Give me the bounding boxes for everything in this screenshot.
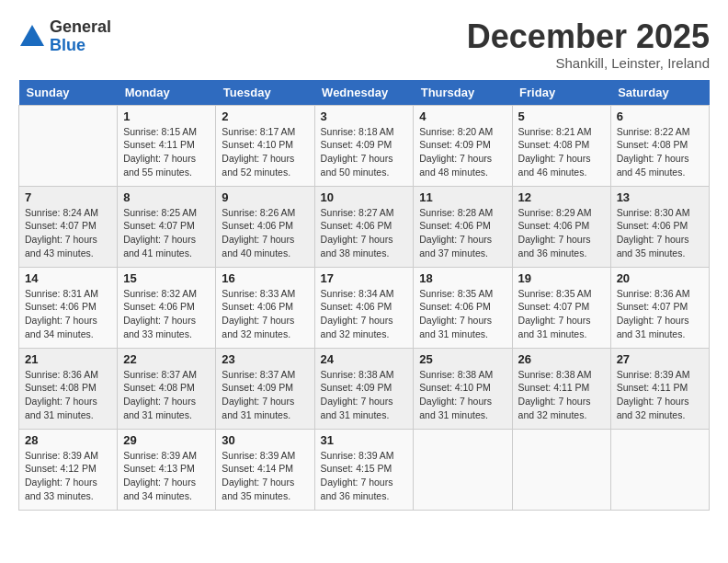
day-info: Sunrise: 8:25 AM Sunset: 4:07 PM Dayligh… [123,206,210,260]
day-number: 10 [321,190,408,204]
calendar-cell: 9Sunrise: 8:26 AM Sunset: 4:06 PM Daylig… [216,186,314,267]
day-info: Sunrise: 8:22 AM Sunset: 4:08 PM Dayligh… [617,125,703,179]
day-info: Sunrise: 8:38 AM Sunset: 4:11 PM Dayligh… [518,368,605,422]
day-number: 31 [321,433,408,447]
day-number: 27 [617,352,703,366]
day-info: Sunrise: 8:20 AM Sunset: 4:09 PM Dayligh… [419,125,506,179]
header-cell-tuesday: Tuesday [216,80,314,106]
header-cell-wednesday: Wednesday [314,80,414,106]
calendar-cell: 19Sunrise: 8:35 AM Sunset: 4:07 PM Dayli… [512,267,610,348]
day-info: Sunrise: 8:29 AM Sunset: 4:06 PM Dayligh… [518,206,605,260]
day-number: 8 [123,190,210,204]
day-info: Sunrise: 8:37 AM Sunset: 4:09 PM Dayligh… [222,368,308,422]
day-info: Sunrise: 8:17 AM Sunset: 4:10 PM Dayligh… [222,125,308,179]
day-number: 7 [25,190,111,204]
calendar-cell: 17Sunrise: 8:34 AM Sunset: 4:06 PM Dayli… [314,267,414,348]
day-info: Sunrise: 8:36 AM Sunset: 4:08 PM Dayligh… [25,368,111,422]
calendar-cell: 10Sunrise: 8:27 AM Sunset: 4:06 PM Dayli… [314,186,414,267]
day-number: 29 [123,433,210,447]
calendar-cell: 5Sunrise: 8:21 AM Sunset: 4:08 PM Daylig… [512,105,610,186]
day-number: 21 [25,352,111,366]
day-number: 23 [222,352,308,366]
calendar-cell: 13Sunrise: 8:30 AM Sunset: 4:06 PM Dayli… [610,186,709,267]
calendar-cell: 4Sunrise: 8:20 AM Sunset: 4:09 PM Daylig… [414,105,512,186]
day-number: 1 [123,109,210,123]
day-number: 24 [321,352,408,366]
day-number: 12 [518,190,605,204]
day-info: Sunrise: 8:35 AM Sunset: 4:07 PM Dayligh… [518,287,605,341]
header-cell-friday: Friday [512,80,610,106]
header-cell-thursday: Thursday [414,80,512,106]
title-block: December 2025 Shankill, Leinster, Irelan… [467,18,710,71]
calendar-cell: 22Sunrise: 8:37 AM Sunset: 4:08 PM Dayli… [118,348,216,429]
logo-text: General Blue [50,18,111,55]
week-row-2: 7Sunrise: 8:24 AM Sunset: 4:07 PM Daylig… [19,186,710,267]
day-number: 15 [123,271,210,285]
day-info: Sunrise: 8:15 AM Sunset: 4:11 PM Dayligh… [123,125,210,179]
calendar-cell: 26Sunrise: 8:38 AM Sunset: 4:11 PM Dayli… [512,348,610,429]
day-info: Sunrise: 8:34 AM Sunset: 4:06 PM Dayligh… [321,287,408,341]
month-title: December 2025 [467,18,710,55]
calendar-cell: 21Sunrise: 8:36 AM Sunset: 4:08 PM Dayli… [19,348,118,429]
logo-general-text: General [50,18,111,37]
header-cell-monday: Monday [118,80,216,106]
day-number: 13 [617,190,703,204]
day-info: Sunrise: 8:18 AM Sunset: 4:09 PM Dayligh… [321,125,408,179]
day-number: 11 [419,190,506,204]
calendar-cell: 15Sunrise: 8:32 AM Sunset: 4:06 PM Dayli… [118,267,216,348]
week-row-5: 28Sunrise: 8:39 AM Sunset: 4:12 PM Dayli… [19,429,710,510]
day-info: Sunrise: 8:39 AM Sunset: 4:14 PM Dayligh… [222,449,308,503]
calendar-cell: 3Sunrise: 8:18 AM Sunset: 4:09 PM Daylig… [314,105,414,186]
day-number: 22 [123,352,210,366]
calendar-cell: 12Sunrise: 8:29 AM Sunset: 4:06 PM Dayli… [512,186,610,267]
day-info: Sunrise: 8:26 AM Sunset: 4:06 PM Dayligh… [222,206,308,260]
calendar-cell: 1Sunrise: 8:15 AM Sunset: 4:11 PM Daylig… [118,105,216,186]
day-number: 25 [419,352,506,366]
week-row-4: 21Sunrise: 8:36 AM Sunset: 4:08 PM Dayli… [19,348,710,429]
calendar-header: SundayMondayTuesdayWednesdayThursdayFrid… [19,80,710,106]
week-row-1: 1Sunrise: 8:15 AM Sunset: 4:11 PM Daylig… [19,105,710,186]
day-number: 3 [321,109,408,123]
day-number: 30 [222,433,308,447]
day-info: Sunrise: 8:39 AM Sunset: 4:12 PM Dayligh… [25,449,111,503]
day-number: 20 [617,271,703,285]
calendar-cell: 2Sunrise: 8:17 AM Sunset: 4:10 PM Daylig… [216,105,314,186]
day-number: 4 [419,109,506,123]
calendar-cell: 28Sunrise: 8:39 AM Sunset: 4:12 PM Dayli… [19,429,118,510]
calendar-cell: 30Sunrise: 8:39 AM Sunset: 4:14 PM Dayli… [216,429,314,510]
calendar-cell: 16Sunrise: 8:33 AM Sunset: 4:06 PM Dayli… [216,267,314,348]
svg-marker-0 [20,25,44,46]
day-info: Sunrise: 8:39 AM Sunset: 4:13 PM Dayligh… [123,449,210,503]
day-number: 2 [222,109,308,123]
day-info: Sunrise: 8:28 AM Sunset: 4:06 PM Dayligh… [419,206,506,260]
calendar-cell: 11Sunrise: 8:28 AM Sunset: 4:06 PM Dayli… [414,186,512,267]
day-number: 14 [25,271,111,285]
calendar-cell: 24Sunrise: 8:38 AM Sunset: 4:09 PM Dayli… [314,348,414,429]
day-number: 19 [518,271,605,285]
day-info: Sunrise: 8:21 AM Sunset: 4:08 PM Dayligh… [518,125,605,179]
calendar-cell: 6Sunrise: 8:22 AM Sunset: 4:08 PM Daylig… [610,105,709,186]
calendar-body: 1Sunrise: 8:15 AM Sunset: 4:11 PM Daylig… [19,105,710,510]
calendar-cell [512,429,610,510]
day-info: Sunrise: 8:31 AM Sunset: 4:06 PM Dayligh… [25,287,111,341]
day-info: Sunrise: 8:38 AM Sunset: 4:09 PM Dayligh… [321,368,408,422]
calendar-cell [610,429,709,510]
day-info: Sunrise: 8:27 AM Sunset: 4:06 PM Dayligh… [321,206,408,260]
day-info: Sunrise: 8:35 AM Sunset: 4:06 PM Dayligh… [419,287,506,341]
logo-blue-text: Blue [50,37,111,55]
day-info: Sunrise: 8:33 AM Sunset: 4:06 PM Dayligh… [222,287,308,341]
day-number: 5 [518,109,605,123]
calendar-cell: 7Sunrise: 8:24 AM Sunset: 4:07 PM Daylig… [19,186,118,267]
day-number: 6 [617,109,703,123]
day-number: 26 [518,352,605,366]
location-text: Shankill, Leinster, Ireland [467,55,710,71]
day-number: 17 [321,271,408,285]
page-header: General Blue December 2025 Shankill, Lei… [18,18,710,71]
day-info: Sunrise: 8:32 AM Sunset: 4:06 PM Dayligh… [123,287,210,341]
calendar-cell: 25Sunrise: 8:38 AM Sunset: 4:10 PM Dayli… [414,348,512,429]
calendar-cell: 23Sunrise: 8:37 AM Sunset: 4:09 PM Dayli… [216,348,314,429]
header-cell-sunday: Sunday [19,80,118,106]
day-info: Sunrise: 8:39 AM Sunset: 4:11 PM Dayligh… [617,368,703,422]
day-info: Sunrise: 8:24 AM Sunset: 4:07 PM Dayligh… [25,206,111,260]
header-cell-saturday: Saturday [610,80,709,106]
